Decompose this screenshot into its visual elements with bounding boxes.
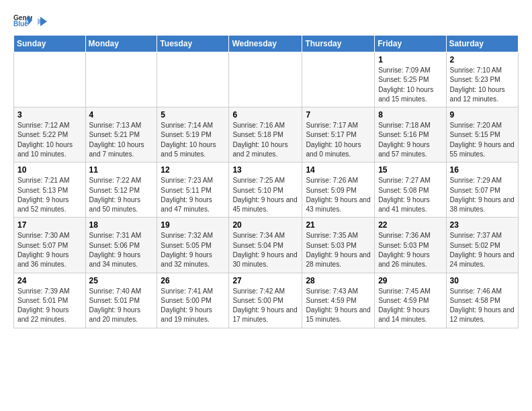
day-number: 28 — [306, 276, 371, 285]
day-info: Sunrise: 7:23 AMSunset: 5:11 PMDaylight:… — [161, 176, 225, 214]
day-info: Sunrise: 7:22 AMSunset: 5:12 PMDaylight:… — [89, 176, 154, 214]
calendar-week-0: 1Sunrise: 7:09 AMSunset: 5:25 PMDaylight… — [14, 52, 519, 107]
calendar-week-3: 17Sunrise: 7:30 AMSunset: 5:07 PMDayligh… — [14, 218, 519, 273]
day-info: Sunrise: 7:25 AMSunset: 5:10 PMDaylight:… — [232, 176, 298, 214]
day-info: Sunrise: 7:31 AMSunset: 5:06 PMDaylight:… — [89, 231, 154, 269]
day-number: 20 — [232, 220, 298, 230]
calendar-cell: 16Sunrise: 7:29 AMSunset: 5:07 PMDayligh… — [446, 163, 518, 218]
day-info: Sunrise: 7:17 AMSunset: 5:17 PMDaylight:… — [306, 121, 371, 159]
col-friday: Friday — [375, 36, 446, 52]
calendar-cell — [14, 52, 86, 107]
day-info: Sunrise: 7:39 AMSunset: 5:01 PMDaylight:… — [17, 287, 82, 325]
calendar-cell: 24Sunrise: 7:39 AMSunset: 5:01 PMDayligh… — [14, 273, 86, 328]
calendar-cell: 22Sunrise: 7:36 AMSunset: 5:03 PMDayligh… — [375, 218, 446, 273]
logo: General Blue — [13, 11, 48, 30]
calendar-cell: 28Sunrise: 7:43 AMSunset: 4:59 PMDayligh… — [302, 273, 375, 328]
day-number: 8 — [378, 110, 442, 120]
calendar-cell: 18Sunrise: 7:31 AMSunset: 5:06 PMDayligh… — [85, 218, 157, 273]
day-number: 3 — [17, 110, 82, 120]
day-number: 22 — [378, 220, 442, 230]
day-number: 29 — [378, 276, 442, 285]
calendar-cell: 25Sunrise: 7:40 AMSunset: 5:01 PMDayligh… — [85, 273, 157, 328]
day-info: Sunrise: 7:40 AMSunset: 5:01 PMDaylight:… — [89, 287, 154, 325]
day-info: Sunrise: 7:35 AMSunset: 5:03 PMDaylight:… — [306, 231, 371, 269]
day-number: 11 — [89, 165, 154, 175]
day-number: 7 — [306, 110, 371, 120]
day-info: Sunrise: 7:09 AMSunset: 5:25 PMDaylight:… — [378, 66, 442, 104]
calendar-cell: 1Sunrise: 7:09 AMSunset: 5:25 PMDaylight… — [375, 52, 446, 107]
day-info: Sunrise: 7:45 AMSunset: 4:59 PMDaylight:… — [378, 287, 442, 325]
col-tuesday: Tuesday — [157, 36, 229, 52]
day-number: 14 — [306, 165, 371, 175]
calendar-cell: 26Sunrise: 7:41 AMSunset: 5:00 PMDayligh… — [157, 273, 229, 328]
calendar-cell: 14Sunrise: 7:26 AMSunset: 5:09 PMDayligh… — [302, 163, 375, 218]
day-info: Sunrise: 7:10 AMSunset: 5:23 PMDaylight:… — [450, 66, 515, 104]
calendar-cell: 17Sunrise: 7:30 AMSunset: 5:07 PMDayligh… — [14, 218, 86, 273]
day-info: Sunrise: 7:14 AMSunset: 5:19 PMDaylight:… — [161, 121, 225, 159]
calendar-cell: 6Sunrise: 7:16 AMSunset: 5:18 PMDaylight… — [229, 107, 302, 163]
day-info: Sunrise: 7:32 AMSunset: 5:05 PMDaylight:… — [161, 231, 225, 269]
day-number: 15 — [378, 165, 442, 175]
day-number: 5 — [161, 110, 225, 120]
day-number: 13 — [232, 165, 298, 175]
day-number: 1 — [378, 55, 442, 64]
logo-arrow-icon — [36, 15, 48, 28]
day-info: Sunrise: 7:26 AMSunset: 5:09 PMDaylight:… — [306, 176, 371, 214]
calendar-cell: 29Sunrise: 7:45 AMSunset: 4:59 PMDayligh… — [375, 273, 446, 328]
day-info: Sunrise: 7:30 AMSunset: 5:07 PMDaylight:… — [17, 231, 82, 269]
day-number: 23 — [450, 220, 515, 230]
day-number: 27 — [232, 276, 298, 285]
day-info: Sunrise: 7:36 AMSunset: 5:03 PMDaylight:… — [378, 231, 442, 269]
day-number: 19 — [161, 220, 225, 230]
calendar-cell: 2Sunrise: 7:10 AMSunset: 5:23 PMDaylight… — [446, 52, 518, 107]
day-info: Sunrise: 7:16 AMSunset: 5:18 PMDaylight:… — [232, 121, 298, 159]
day-number: 4 — [89, 110, 154, 120]
calendar-cell — [302, 52, 375, 107]
calendar-cell: 23Sunrise: 7:37 AMSunset: 5:02 PMDayligh… — [446, 218, 518, 273]
calendar-cell: 12Sunrise: 7:23 AMSunset: 5:11 PMDayligh… — [157, 163, 229, 218]
header: General Blue — [13, 11, 519, 30]
calendar-cell: 27Sunrise: 7:42 AMSunset: 5:00 PMDayligh… — [229, 273, 302, 328]
calendar-cell: 30Sunrise: 7:46 AMSunset: 4:58 PMDayligh… — [446, 273, 518, 328]
day-number: 18 — [89, 220, 154, 230]
day-info: Sunrise: 7:13 AMSunset: 5:21 PMDaylight:… — [89, 121, 154, 159]
day-info: Sunrise: 7:34 AMSunset: 5:04 PMDaylight:… — [232, 231, 298, 269]
logo-icon: General Blue — [13, 11, 32, 30]
day-number: 25 — [89, 276, 154, 285]
day-info: Sunrise: 7:43 AMSunset: 4:59 PMDaylight:… — [306, 287, 371, 325]
calendar-cell: 20Sunrise: 7:34 AMSunset: 5:04 PMDayligh… — [229, 218, 302, 273]
day-info: Sunrise: 7:20 AMSunset: 5:15 PMDaylight:… — [450, 121, 515, 159]
day-info: Sunrise: 7:18 AMSunset: 5:16 PMDaylight:… — [378, 121, 442, 159]
calendar-week-1: 3Sunrise: 7:12 AMSunset: 5:22 PMDaylight… — [14, 107, 519, 163]
calendar-cell: 3Sunrise: 7:12 AMSunset: 5:22 PMDaylight… — [14, 107, 86, 163]
day-number: 6 — [232, 110, 298, 120]
col-wednesday: Wednesday — [229, 36, 302, 52]
day-info: Sunrise: 7:37 AMSunset: 5:02 PMDaylight:… — [450, 231, 515, 269]
header-row: Sunday Monday Tuesday Wednesday Thursday… — [14, 36, 519, 52]
calendar-table: Sunday Monday Tuesday Wednesday Thursday… — [13, 35, 519, 328]
calendar-cell: 9Sunrise: 7:20 AMSunset: 5:15 PMDaylight… — [446, 107, 518, 163]
day-number: 21 — [306, 220, 371, 230]
day-number: 16 — [450, 165, 515, 175]
day-number: 10 — [17, 165, 82, 175]
calendar-body: 1Sunrise: 7:09 AMSunset: 5:25 PMDaylight… — [14, 52, 519, 328]
day-info: Sunrise: 7:46 AMSunset: 4:58 PMDaylight:… — [450, 287, 515, 325]
day-info: Sunrise: 7:29 AMSunset: 5:07 PMDaylight:… — [450, 176, 515, 214]
day-info: Sunrise: 7:41 AMSunset: 5:00 PMDaylight:… — [161, 287, 225, 325]
day-number: 30 — [450, 276, 515, 285]
day-number: 26 — [161, 276, 225, 285]
col-sunday: Sunday — [14, 36, 86, 52]
calendar-cell: 4Sunrise: 7:13 AMSunset: 5:21 PMDaylight… — [85, 107, 157, 163]
calendar-cell: 19Sunrise: 7:32 AMSunset: 5:05 PMDayligh… — [157, 218, 229, 273]
col-saturday: Saturday — [446, 36, 518, 52]
col-monday: Monday — [85, 36, 157, 52]
calendar-cell: 15Sunrise: 7:27 AMSunset: 5:08 PMDayligh… — [375, 163, 446, 218]
day-number: 12 — [161, 165, 225, 175]
calendar-week-2: 10Sunrise: 7:21 AMSunset: 5:13 PMDayligh… — [14, 163, 519, 218]
calendar-cell: 7Sunrise: 7:17 AMSunset: 5:17 PMDaylight… — [302, 107, 375, 163]
calendar-cell: 21Sunrise: 7:35 AMSunset: 5:03 PMDayligh… — [302, 218, 375, 273]
calendar-cell: 8Sunrise: 7:18 AMSunset: 5:16 PMDaylight… — [375, 107, 446, 163]
calendar-cell: 13Sunrise: 7:25 AMSunset: 5:10 PMDayligh… — [229, 163, 302, 218]
day-info: Sunrise: 7:42 AMSunset: 5:00 PMDaylight:… — [232, 287, 298, 325]
calendar-cell: 5Sunrise: 7:14 AMSunset: 5:19 PMDaylight… — [157, 107, 229, 163]
